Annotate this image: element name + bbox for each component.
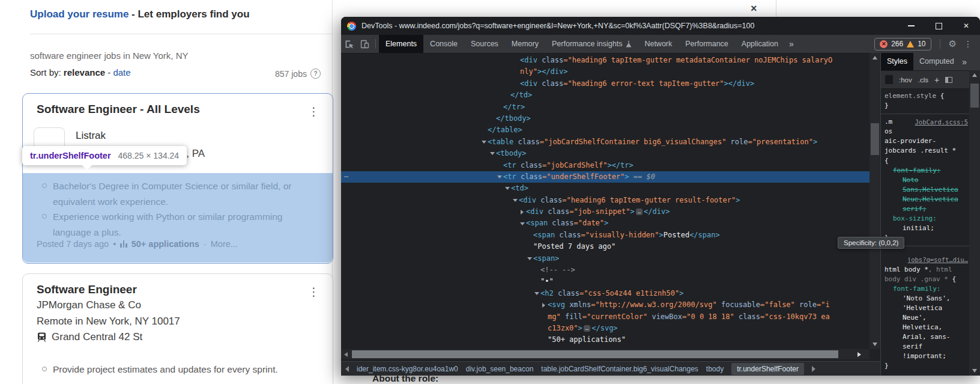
tree-line[interactable]: <svg xmlns="http://www.w3.org/2000/svg" … xyxy=(341,299,870,311)
collapse-arrow-icon[interactable] xyxy=(503,183,511,194)
tree-line[interactable]: "•" xyxy=(341,276,870,287)
style-line[interactable]: Neue', xyxy=(885,313,969,323)
toggle-element-state-button[interactable]: :hov xyxy=(899,76,912,84)
scroll-down-arrow-icon[interactable] xyxy=(969,367,980,375)
tree-line[interactable]: </tr> xyxy=(341,102,870,113)
settings-gear-icon[interactable]: ⚙ xyxy=(949,38,957,49)
tab-network[interactable]: Network xyxy=(638,35,679,53)
tree-line[interactable]: ⋯<tr class="underShelfFooter"> == $0 xyxy=(341,171,870,183)
inspect-element-button[interactable] xyxy=(341,35,357,53)
tree-line[interactable]: <td> xyxy=(341,183,870,194)
close-button[interactable]: ✕ xyxy=(952,17,980,35)
elements-vertical-scrollbar[interactable] xyxy=(870,53,880,349)
maximize-button[interactable] xyxy=(925,17,952,35)
tab-console[interactable]: Console xyxy=(423,35,464,53)
style-line[interactable]: Helvetica, xyxy=(885,323,969,332)
tab-performance-insights[interactable]: Performance insights xyxy=(545,35,638,53)
style-line[interactable]: serif; xyxy=(885,204,969,214)
tab-memory[interactable]: Memory xyxy=(505,35,545,53)
style-line[interactable]: 'Noto Sans', xyxy=(885,294,969,303)
inline-expand-button[interactable]: … xyxy=(584,325,590,332)
style-line[interactable]: font-family: xyxy=(885,284,969,294)
tree-line[interactable]: <span> xyxy=(341,253,870,264)
collapse-arrow-icon[interactable] xyxy=(525,253,533,264)
scroll-left-arrow-icon[interactable] xyxy=(342,349,350,359)
more-tabs-button[interactable]: » xyxy=(785,39,798,49)
tree-line[interactable]: <div class="heading6 tapItem-gutter meta… xyxy=(341,55,870,66)
style-line[interactable]: 'Helvetica xyxy=(885,303,969,313)
collapse-arrow-icon[interactable] xyxy=(518,218,526,229)
devtools-menu-kebab-icon[interactable]: ⋮ xyxy=(962,39,974,49)
job-card[interactable]: Software Engineer - All Levels ⋮ ✳ LISTR… xyxy=(22,93,333,264)
inline-expand-button[interactable]: … xyxy=(636,209,643,215)
sidebar-more-tabs-button[interactable]: » xyxy=(962,57,967,67)
tree-line[interactable]: <div class="heading6 tapItem-gutter resu… xyxy=(341,195,870,206)
sidebar-tab-computed[interactable]: Computed xyxy=(913,53,960,70)
style-line[interactable]: body div .gnav * { xyxy=(885,275,969,284)
tree-line[interactable]: <div class="heading6 error-text tapItem-… xyxy=(341,78,870,90)
breadcrumb-item[interactable]: table.jobCardShelfContainer.big6_visualC… xyxy=(541,365,698,373)
breadcrumb-scroll-right-icon[interactable] xyxy=(812,366,815,372)
elements-horizontal-scrollbar[interactable] xyxy=(341,349,870,359)
tree-line[interactable]: "Posted 7 days ago" xyxy=(341,241,870,252)
breadcrumb-item[interactable]: tbody xyxy=(706,365,724,373)
help-icon[interactable]: ? xyxy=(310,69,321,79)
tree-line[interactable]: <!-- --> xyxy=(341,264,870,276)
new-style-rule-button[interactable]: + xyxy=(934,75,939,85)
scrollbar-thumb[interactable] xyxy=(871,123,879,155)
tree-line[interactable]: nly"></div> xyxy=(341,66,870,78)
collapse-arrow-icon[interactable] xyxy=(495,171,503,183)
style-line[interactable]: jobcards .result * xyxy=(885,146,969,156)
tree-line[interactable]: <span class="date"> xyxy=(341,218,870,229)
scrollbar-thumb[interactable] xyxy=(970,84,979,108)
element-classes-button[interactable]: .cls xyxy=(918,76,928,84)
issues-badge[interactable]: ✕ 266 10 xyxy=(874,38,931,50)
style-line[interactable]: html body *, html xyxy=(885,265,969,275)
sidebar-tab-styles[interactable]: Styles xyxy=(881,53,913,70)
expand-arrow-icon[interactable] xyxy=(518,206,526,218)
collapse-arrow-icon[interactable] xyxy=(480,136,488,148)
collapse-arrow-icon[interactable] xyxy=(533,288,540,299)
style-line[interactable]: Neue,Helvetica xyxy=(885,195,969,204)
stylesheet-link[interactable]: JobCard.scss:5 xyxy=(915,117,968,127)
style-line[interactable]: JobCard.scss:5.m xyxy=(885,117,969,127)
scroll-up-arrow-icon[interactable] xyxy=(969,71,980,79)
style-line[interactable]: aic-provider- xyxy=(885,136,969,146)
scroll-right-arrow-icon[interactable] xyxy=(855,349,864,359)
style-line[interactable]: Sans,Helvetica xyxy=(885,185,969,195)
sort-relevance[interactable]: relevance xyxy=(64,67,105,78)
job-title[interactable]: Software Engineer - All Levels xyxy=(37,103,200,116)
style-line[interactable]: Arial, sans- xyxy=(885,332,969,342)
style-line[interactable]: } xyxy=(885,101,969,111)
devtools-titlebar[interactable]: DevTools - www.indeed.com/jobs?q=softwar… xyxy=(341,17,980,35)
style-line[interactable]: os xyxy=(885,127,969,136)
tree-line[interactable]: <span class="visually-hidden">Posted</sp… xyxy=(341,230,870,241)
style-line[interactable]: jobs?q=soft…diu… xyxy=(885,255,969,264)
breadcrumb-item[interactable]: ider_item.css-kyg8or.eu4oa1w0 xyxy=(357,365,458,373)
scroll-down-arrow-icon[interactable] xyxy=(870,340,880,349)
style-line[interactable]: element.style { xyxy=(885,91,969,101)
style-line[interactable]: font-family: xyxy=(885,166,969,175)
style-line[interactable]: !important; xyxy=(885,352,969,361)
tree-line[interactable]: <table class="jobCardShelfContainer big6… xyxy=(341,136,870,148)
tree-line[interactable]: </tbody> xyxy=(341,113,870,124)
tree-line[interactable]: </table> xyxy=(341,124,870,136)
collapse-arrow-icon[interactable] xyxy=(511,195,519,206)
stylesheet-link[interactable]: jobs?q=soft…diu… xyxy=(907,255,968,264)
breadcrumb-scroll-left-icon[interactable] xyxy=(345,366,349,372)
tab-elements[interactable]: Elements xyxy=(379,35,423,53)
tree-line[interactable]: mg" fill="currentColor" viewBox="0 0 18 … xyxy=(341,311,870,323)
styles-vertical-scrollbar[interactable] xyxy=(969,70,980,376)
job-card[interactable]: Software Engineer ⋮ JPMorgan Chase & Co … xyxy=(22,273,333,384)
tree-line[interactable]: "50+ applications" xyxy=(341,334,870,346)
style-line[interactable]: } xyxy=(885,361,969,371)
tree-line[interactable]: </td> xyxy=(341,90,870,101)
tree-line[interactable]: c13zx0">…</svg> xyxy=(341,323,870,334)
device-toolbar-button[interactable] xyxy=(357,35,372,53)
tree-line[interactable]: <h2 class="css-5o4z44 e1tiznh50"> xyxy=(341,288,870,299)
style-line[interactable]: box-sizing: xyxy=(885,214,969,224)
expand-arrow-icon[interactable] xyxy=(540,299,548,311)
tree-line[interactable]: <tr class="jobCardShelf"></tr> xyxy=(341,160,870,171)
tree-line[interactable]: <div class="job-snippet">…</div> xyxy=(341,206,870,218)
job-title[interactable]: Software Engineer xyxy=(37,283,137,296)
